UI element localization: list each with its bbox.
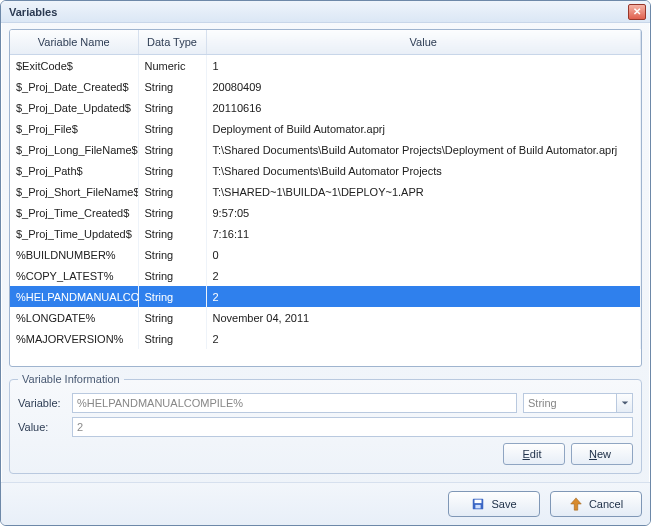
cell-name: %MAJORVERSION% bbox=[10, 328, 138, 349]
table-row[interactable]: %LONGDATE%StringNovember 04, 2011 bbox=[10, 307, 641, 328]
new-rest: ew bbox=[597, 448, 611, 460]
table-row[interactable]: %HELPANDMANUALCOMPILE%String2 bbox=[10, 286, 641, 307]
cell-name: $_Proj_Date_Created$ bbox=[10, 76, 138, 97]
cell-name: $_Proj_Date_Updated$ bbox=[10, 97, 138, 118]
cell-type: String bbox=[138, 328, 206, 349]
cell-value: 2 bbox=[206, 265, 641, 286]
svg-rect-2 bbox=[476, 505, 481, 509]
cell-value: 7:16:11 bbox=[206, 223, 641, 244]
table-row[interactable]: $_Proj_Date_Created$String20080409 bbox=[10, 76, 641, 97]
table-row[interactable]: %MAJORVERSION%String2 bbox=[10, 328, 641, 349]
cell-name: %COPY_LATEST% bbox=[10, 265, 138, 286]
cell-value: 20080409 bbox=[206, 76, 641, 97]
cell-type: Numeric bbox=[138, 55, 206, 77]
cell-value: T:\Shared Documents\Build Automator Proj… bbox=[206, 139, 641, 160]
col-header-type[interactable]: Data Type bbox=[138, 30, 206, 55]
variable-name-input bbox=[72, 393, 517, 413]
cancel-icon bbox=[569, 497, 583, 511]
cell-name: $_Proj_Path$ bbox=[10, 160, 138, 181]
cell-value: 0 bbox=[206, 244, 641, 265]
info-buttons: Edit New bbox=[18, 443, 633, 465]
cell-value: 1 bbox=[206, 55, 641, 77]
cell-type: String bbox=[138, 160, 206, 181]
edit-button[interactable]: Edit bbox=[503, 443, 565, 465]
save-icon bbox=[471, 497, 485, 511]
table-row[interactable]: %COPY_LATEST%String2 bbox=[10, 265, 641, 286]
dialog-footer: Save Cancel bbox=[1, 482, 650, 525]
edit-mnemonic: E bbox=[523, 448, 530, 460]
cell-value: T:\Shared Documents\Build Automator Proj… bbox=[206, 160, 641, 181]
variable-label: Variable: bbox=[18, 397, 66, 409]
table-row[interactable]: $_Proj_Path$StringT:\Shared Documents\Bu… bbox=[10, 160, 641, 181]
new-button[interactable]: New bbox=[571, 443, 633, 465]
variables-table: Variable Name Data Type Value $ExitCode$… bbox=[10, 30, 641, 349]
variables-dialog: Variables ✕ Variable Name Data Type Valu… bbox=[0, 0, 651, 526]
cell-name: $_Proj_Time_Created$ bbox=[10, 202, 138, 223]
cell-type: String bbox=[138, 307, 206, 328]
value-label: Value: bbox=[18, 421, 66, 433]
table-row[interactable]: $_Proj_File$StringDeployment of Build Au… bbox=[10, 118, 641, 139]
cell-name: %LONGDATE% bbox=[10, 307, 138, 328]
cell-name: $_Proj_Long_FileName$ bbox=[10, 139, 138, 160]
window-title: Variables bbox=[9, 6, 628, 18]
cell-type: String bbox=[138, 223, 206, 244]
cell-name: $ExitCode$ bbox=[10, 55, 138, 77]
cell-type: String bbox=[138, 202, 206, 223]
variables-table-scroll[interactable]: Variable Name Data Type Value $ExitCode$… bbox=[10, 30, 641, 366]
cell-type: String bbox=[138, 181, 206, 202]
cell-value: 2 bbox=[206, 328, 641, 349]
value-row: Value: bbox=[18, 417, 633, 437]
cell-type: String bbox=[138, 244, 206, 265]
col-header-name[interactable]: Variable Name bbox=[10, 30, 138, 55]
cell-value: 9:57:05 bbox=[206, 202, 641, 223]
dropdown-button[interactable] bbox=[616, 394, 632, 412]
close-button[interactable]: ✕ bbox=[628, 4, 646, 20]
table-row[interactable]: %BUILDNUMBER%String0 bbox=[10, 244, 641, 265]
svg-rect-1 bbox=[475, 500, 482, 504]
cell-name: $_Proj_Short_FileName$ bbox=[10, 181, 138, 202]
cell-value: 20110616 bbox=[206, 97, 641, 118]
variable-type-select[interactable] bbox=[523, 393, 633, 413]
cell-value: November 04, 2011 bbox=[206, 307, 641, 328]
table-row[interactable]: $ExitCode$Numeric1 bbox=[10, 55, 641, 77]
cell-value: Deployment of Build Automator.aprj bbox=[206, 118, 641, 139]
variable-information-legend: Variable Information bbox=[18, 373, 124, 385]
chevron-down-icon bbox=[621, 397, 629, 409]
col-header-value[interactable]: Value bbox=[206, 30, 641, 55]
cell-name: $_Proj_Time_Updated$ bbox=[10, 223, 138, 244]
close-icon: ✕ bbox=[633, 6, 641, 17]
cell-name: %BUILDNUMBER% bbox=[10, 244, 138, 265]
edit-rest: dit bbox=[530, 448, 542, 460]
new-mnemonic: N bbox=[589, 448, 597, 460]
cell-type: String bbox=[138, 286, 206, 307]
table-row[interactable]: $_Proj_Time_Created$String9:57:05 bbox=[10, 202, 641, 223]
cell-type: String bbox=[138, 97, 206, 118]
variable-row: Variable: bbox=[18, 393, 633, 413]
cancel-label: Cancel bbox=[589, 498, 623, 510]
variable-information-group: Variable Information Variable: Value: bbox=[9, 373, 642, 474]
cell-name: %HELPANDMANUALCOMPILE% bbox=[10, 286, 138, 307]
table-row[interactable]: $_Proj_Date_Updated$String20110616 bbox=[10, 97, 641, 118]
cell-type: String bbox=[138, 139, 206, 160]
cell-type: String bbox=[138, 265, 206, 286]
table-row[interactable]: $_Proj_Time_Updated$String7:16:11 bbox=[10, 223, 641, 244]
cell-value: T:\SHARED~1\BUILDA~1\DEPLOY~1.APR bbox=[206, 181, 641, 202]
titlebar: Variables ✕ bbox=[1, 1, 650, 23]
table-row[interactable]: $_Proj_Short_FileName$StringT:\SHARED~1\… bbox=[10, 181, 641, 202]
cell-name: $_Proj_File$ bbox=[10, 118, 138, 139]
variables-table-container: Variable Name Data Type Value $ExitCode$… bbox=[9, 29, 642, 367]
cell-type: String bbox=[138, 118, 206, 139]
table-row[interactable]: $_Proj_Long_FileName$StringT:\Shared Doc… bbox=[10, 139, 641, 160]
cell-type: String bbox=[138, 76, 206, 97]
save-label: Save bbox=[491, 498, 516, 510]
cell-value: 2 bbox=[206, 286, 641, 307]
content-area: Variable Name Data Type Value $ExitCode$… bbox=[1, 23, 650, 482]
table-header-row: Variable Name Data Type Value bbox=[10, 30, 641, 55]
cancel-button[interactable]: Cancel bbox=[550, 491, 642, 517]
save-button[interactable]: Save bbox=[448, 491, 540, 517]
variable-value-input bbox=[72, 417, 633, 437]
